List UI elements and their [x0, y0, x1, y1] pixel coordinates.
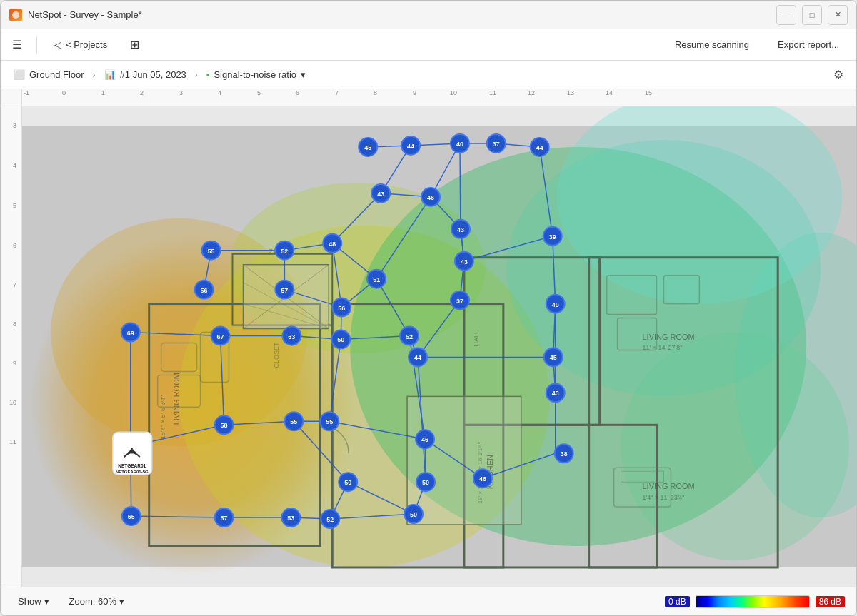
ruler-tick-4: 4	[218, 89, 221, 96]
svg-text:40: 40	[552, 301, 559, 308]
filter-icon[interactable]: ⚙	[829, 64, 848, 86]
legend-max-label: 86 dB	[816, 596, 845, 607]
breadcrumb-bar: ⬜ Ground Floor › 📊 #1 Jun 05, 2023 › ▪ S…	[1, 61, 856, 89]
show-button[interactable]: Show ▾	[12, 593, 55, 610]
close-button[interactable]: ✕	[828, 5, 848, 25]
projects-button[interactable]: ◁ < Projects	[49, 36, 113, 53]
menu-icon[interactable]: ☰	[9, 35, 25, 54]
svg-text:LIVING ROOM: LIVING ROOM	[643, 333, 695, 341]
ruler-tick-14: 14	[606, 89, 613, 96]
ruler-tick-row-11: 11	[9, 438, 16, 445]
breadcrumb-metric[interactable]: ▪ Signal-to-noise ratio ▾	[202, 67, 310, 82]
svg-text:45: 45	[550, 354, 557, 361]
ruler-tick-row-5: 5	[13, 202, 16, 209]
svg-text:55: 55	[208, 248, 215, 255]
svg-text:CLOSET: CLOSET	[273, 342, 280, 368]
svg-text:51: 51	[373, 276, 380, 283]
ruler-tick-7: 7	[335, 89, 339, 96]
svg-text:LIVING ROOM: LIVING ROOM	[643, 482, 695, 490]
breadcrumb-floor[interactable]: ⬜ Ground Floor	[9, 67, 89, 82]
zoom-chevron-icon: ▾	[119, 596, 124, 607]
svg-text:44: 44	[407, 143, 414, 150]
svg-text:43: 43	[457, 226, 464, 233]
breadcrumb-arrow-2: ›	[195, 70, 198, 80]
svg-text:40: 40	[456, 141, 463, 148]
svg-text:39: 39	[549, 233, 556, 241]
svg-text:52: 52	[406, 333, 413, 340]
export-report-button[interactable]: Export report...	[769, 35, 848, 54]
layout-button[interactable]: ⊞	[124, 35, 145, 54]
ruler-tick-neg1: -1	[24, 89, 29, 96]
resume-scanning-button[interactable]: Resume scanning	[666, 35, 758, 54]
svg-point-183	[130, 449, 134, 453]
svg-text:46: 46	[427, 194, 434, 201]
main-area: -1 0 1 2 3 4 5 6 7 8 9 10 11 12 13 14 15	[1, 89, 856, 587]
floor-plan-svg: LIVING ROOM 15'4" × 5' 6 3⁄4" CLOSET HAL…	[22, 106, 856, 587]
svg-text:67: 67	[217, 333, 224, 340]
window-controls: — □ ✕	[776, 5, 848, 25]
svg-text:NETGEAR01-5G: NETGEAR01-5G	[116, 470, 149, 474]
zoom-label: Zoom: 60%	[69, 596, 116, 607]
svg-text:1'4" × 11' 23⁄4": 1'4" × 11' 23⁄4"	[643, 494, 685, 501]
ruler-tick-2: 2	[140, 89, 144, 96]
ruler-tick-row-4: 4	[13, 162, 16, 169]
title-bar: NetSpot - Survey - Sample* — □ ✕	[1, 1, 856, 29]
ruler-tick-0: 0	[62, 89, 66, 96]
canvas-area[interactable]: LIVING ROOM 15'4" × 5' 6 3⁄4" CLOSET HAL…	[22, 106, 856, 587]
breadcrumb-survey[interactable]: 📊 #1 Jun 05, 2023	[100, 67, 191, 82]
toolbar: ☰ ◁ < Projects ⊞ Resume scanning Export …	[1, 29, 856, 61]
app-window: NetSpot - Survey - Sample* — □ ✕ ☰ ◁ < P…	[0, 0, 857, 616]
svg-text:46: 46	[421, 436, 428, 443]
svg-text:56: 56	[338, 305, 345, 312]
svg-text:50: 50	[344, 479, 351, 486]
maximize-button[interactable]: □	[802, 5, 822, 25]
ruler-tick-1: 1	[101, 89, 105, 96]
ruler-tick-row-10: 10	[9, 399, 16, 406]
zoom-button[interactable]: Zoom: 60% ▾	[64, 593, 130, 610]
ruler-tick-6: 6	[296, 89, 299, 96]
svg-text:45: 45	[364, 144, 371, 151]
toolbar-divider	[36, 36, 37, 54]
svg-text:63: 63	[288, 333, 295, 340]
svg-text:46: 46	[479, 475, 486, 483]
heatmap-legend: 0 dB 86 dB	[665, 595, 845, 608]
svg-text:52: 52	[281, 248, 288, 255]
svg-text:38: 38	[561, 450, 568, 458]
svg-text:50: 50	[410, 511, 417, 518]
metric-label: Signal-to-noise ratio	[214, 69, 296, 80]
survey-icon: 📊	[104, 69, 116, 80]
svg-text:37: 37	[493, 141, 500, 148]
show-label: Show	[18, 596, 41, 607]
ruler-tick-5: 5	[257, 89, 261, 96]
ruler-corner	[1, 89, 22, 106]
window-title: NetSpot - Survey - Sample*	[28, 9, 776, 20]
projects-label: < Projects	[66, 39, 107, 50]
svg-text:43: 43	[461, 258, 468, 266]
svg-text:56: 56	[201, 287, 208, 294]
ruler-tick-10: 10	[450, 89, 457, 96]
legend-min-label: 0 dB	[665, 596, 690, 607]
ruler-tick-3: 3	[179, 89, 183, 96]
svg-text:52: 52	[326, 516, 334, 523]
svg-text:55: 55	[290, 418, 297, 425]
status-bar: Show ▾ Zoom: 60% ▾ 0 dB 86 dB	[1, 587, 856, 615]
ruler-tick-row-6: 6	[13, 242, 16, 249]
chevron-down-icon: ▾	[301, 69, 306, 80]
ruler-tick-row-3: 3	[13, 122, 16, 129]
minimize-button[interactable]: —	[776, 5, 796, 25]
svg-text:65: 65	[128, 513, 135, 520]
floor-plan-icon: ⬜	[14, 69, 25, 80]
svg-text:50: 50	[337, 337, 344, 344]
svg-text:15'4" × 5' 6 3⁄4": 15'4" × 5' 6 3⁄4"	[159, 395, 166, 439]
svg-text:HALL: HALL	[473, 330, 480, 346]
floor-label: Ground Floor	[29, 69, 84, 80]
svg-text:44: 44	[536, 144, 543, 151]
svg-text:57: 57	[221, 515, 228, 522]
svg-text:55: 55	[326, 418, 333, 425]
svg-line-50	[460, 143, 461, 229]
ruler-tick-15: 15	[645, 89, 652, 96]
ruler-tick-11: 11	[489, 89, 496, 96]
svg-text:43: 43	[377, 191, 384, 198]
svg-text:37: 37	[456, 298, 463, 305]
ruler-left: 3 4 5 6 7 8 9 10 11	[1, 106, 22, 587]
